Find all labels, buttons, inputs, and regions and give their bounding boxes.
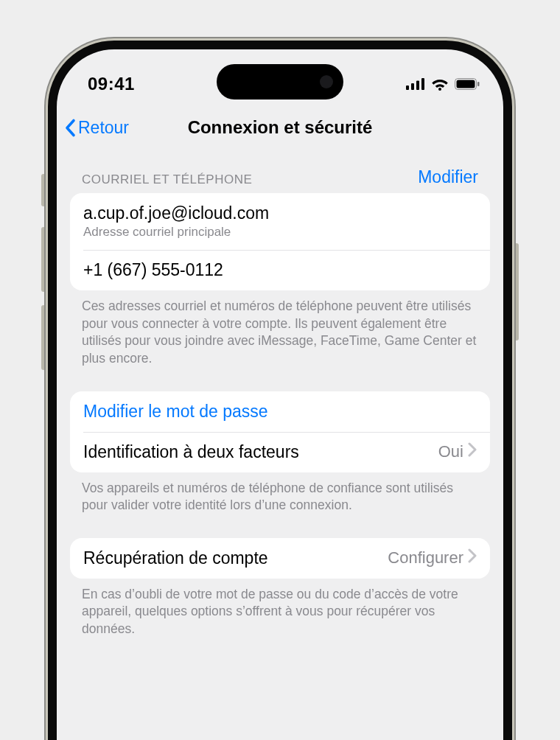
svg-rect-2 (416, 81, 419, 91)
svg-rect-7 (477, 82, 480, 86)
svg-rect-1 (411, 83, 414, 90)
recovery-label: Récupération de compte (83, 548, 268, 568)
change-password-label: Modifier le mot de passe (83, 402, 477, 422)
recovery-value-container: Configurer (388, 548, 477, 568)
section-footer: Ces adresses courriel et numéros de télé… (70, 290, 490, 368)
section-footer: En cas d’oubli de votre mot de passe ou … (70, 579, 490, 638)
two-factor-value-container: Oui (438, 442, 477, 461)
section-label: COURRIEL ET TÉLÉPHONE (82, 172, 252, 187)
phone-side-button (514, 243, 519, 341)
phone-frame: 09:41 Retour Connexion et sécurité COURR… (48, 41, 512, 740)
svg-rect-0 (406, 85, 409, 90)
svg-rect-3 (421, 78, 424, 90)
wifi-icon (431, 77, 449, 91)
two-factor-row[interactable]: Identification à deux facteurs Oui (70, 432, 490, 472)
email-phone-card: a.cup.of.joe@icloud.com Adresse courriel… (70, 193, 490, 290)
email-value: a.cup.of.joe@icloud.com (83, 203, 477, 223)
phone-side-button (41, 305, 46, 370)
password-card: Modifier le mot de passe Identification … (70, 391, 490, 472)
chevron-right-icon (468, 548, 477, 568)
chevron-right-icon (468, 442, 477, 461)
svg-rect-6 (457, 80, 475, 88)
change-password-row[interactable]: Modifier le mot de passe (70, 391, 490, 432)
nav-bar: Retour Connexion et sécurité (57, 107, 503, 148)
phone-side-button (41, 174, 46, 206)
svg-point-4 (438, 88, 441, 91)
phone-value: +1 (667) 555-0112 (83, 260, 477, 280)
status-icons (406, 77, 480, 91)
phone-row[interactable]: +1 (667) 555-0112 (70, 250, 490, 290)
phone-side-button (41, 227, 46, 292)
edit-button[interactable]: Modifier (418, 167, 478, 187)
section-footer: Vos appareils et numéros de téléphone de… (70, 472, 490, 514)
back-label: Retour (78, 118, 129, 138)
section-header-email-phone: COURRIEL ET TÉLÉPHONE Modifier (70, 156, 490, 193)
recovery-card: Récupération de compte Configurer (70, 538, 490, 579)
dynamic-island (217, 64, 343, 100)
two-factor-label: Identification à deux facteurs (83, 442, 299, 462)
cellular-icon (406, 78, 425, 90)
content: COURRIEL ET TÉLÉPHONE Modifier a.cup.of.… (57, 148, 503, 638)
recovery-value: Configurer (388, 548, 463, 568)
account-recovery-row[interactable]: Récupération de compte Configurer (70, 538, 490, 579)
two-factor-value: Oui (438, 442, 463, 461)
battery-icon (455, 78, 480, 90)
chevron-left-icon (64, 118, 77, 137)
email-subtitle: Adresse courriel principale (83, 225, 477, 240)
email-row[interactable]: a.cup.of.joe@icloud.com Adresse courriel… (70, 193, 490, 250)
status-time: 09:41 (88, 74, 135, 94)
back-button[interactable]: Retour (64, 118, 129, 138)
page-title: Connexion et sécurité (188, 117, 373, 138)
